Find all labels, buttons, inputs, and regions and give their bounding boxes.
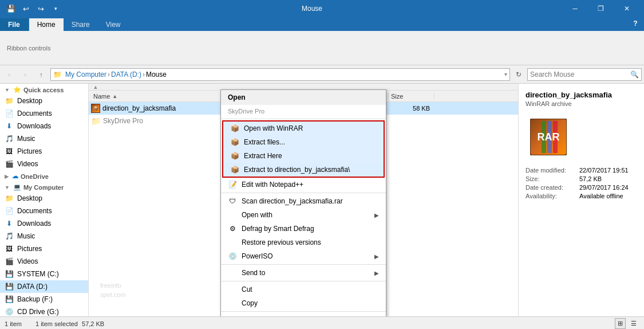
expand-mycomputer: ▼ xyxy=(5,185,10,190)
preview-meta: Date modified: 22/07/2017 19:51 Size: 57… xyxy=(526,167,637,201)
col-header-name[interactable]: Name ▲ xyxy=(91,93,240,100)
ctx-open-label: Open xyxy=(228,93,246,101)
ctx-extract-files[interactable]: 📦 Extract files... xyxy=(223,135,384,149)
submenu-arrow: ▶ xyxy=(374,253,379,260)
preview-meta-size: Size: 57,2 KB xyxy=(526,175,637,182)
preview-meta-date-created: Date created: 29/07/2017 16:24 xyxy=(526,184,637,191)
ctx-label: Open with xyxy=(242,211,272,219)
address-dropdown[interactable]: ▾ xyxy=(504,71,507,77)
label-size: Size: xyxy=(526,175,577,182)
search-input[interactable] xyxy=(530,70,628,79)
sidebar-item-datad[interactable]: 💾 DATA (D:) xyxy=(0,280,88,293)
ctx-label: Restore previous versions xyxy=(242,238,321,246)
mycomputer-label: My Computer xyxy=(23,184,64,191)
file-name: direction_by_jacksmafia xyxy=(102,104,176,112)
up-button[interactable]: ↑ xyxy=(34,68,48,81)
onedrive-icon: ☁ xyxy=(12,173,18,180)
ctx-edit-notepad[interactable]: 📝 Edit with Notepad++ xyxy=(221,178,386,191)
forward-button[interactable]: › xyxy=(18,68,32,81)
ctx-label: Send to xyxy=(242,269,265,277)
sidebar: ▼ ⭐ Quick access 📁 Desktop 📄 Documents ⬇… xyxy=(0,84,89,316)
defrag-icon: ⚙ xyxy=(228,224,237,233)
ctx-poweriso[interactable]: 💿 PowerISO ▶ xyxy=(221,249,386,263)
onedrive-label: OneDrive xyxy=(21,173,49,180)
ctx-extract-to[interactable]: 📦 Extract to direction_by_jacksmafia\ xyxy=(223,163,384,177)
close-button[interactable]: ✕ xyxy=(614,0,639,17)
sidebar-section-quickaccess[interactable]: ▼ ⭐ Quick access xyxy=(0,84,88,95)
sidebar-item-backupf[interactable]: 💾 Backup (F:) xyxy=(0,293,88,306)
help-button[interactable]: ? xyxy=(629,17,642,30)
item-label: Videos xyxy=(17,257,38,265)
ctx-extract-here[interactable]: 📦 Extract Here xyxy=(223,149,384,163)
refresh-button[interactable]: ↻ xyxy=(512,68,525,81)
item-label: DATA (D:) xyxy=(17,283,48,291)
sidebar-item-pictures-qa[interactable]: 🖼 Pictures xyxy=(0,145,88,158)
value-date-created: 29/07/2017 16:24 xyxy=(579,184,629,191)
ctx-scan[interactable]: 🛡 Scan direction_by_jacksmafia.rar xyxy=(221,194,386,208)
search-icon[interactable]: 🔍 xyxy=(630,70,639,79)
ctx-skydrivepro[interactable]: SkyDrive Pro xyxy=(221,105,386,117)
ctx-open-with[interactable]: Open with ▶ xyxy=(221,208,386,222)
value-size: 57,2 KB xyxy=(579,175,602,182)
sidebar-item-desktop-qa[interactable]: 📁 Desktop xyxy=(0,95,88,107)
ctx-defrag[interactable]: ⚙ Defrag by Smart Defrag xyxy=(221,222,386,236)
tab-file[interactable]: File xyxy=(0,18,28,31)
breadcrumb-mycomputer[interactable]: My Computer xyxy=(65,70,106,79)
col-header-size[interactable]: Size xyxy=(389,93,434,100)
minimize-button[interactable]: ─ xyxy=(562,0,588,17)
qat-undo[interactable]: ↩ xyxy=(19,2,32,15)
breadcrumb-mouse[interactable]: Mouse xyxy=(146,70,167,79)
back-button[interactable]: ‹ xyxy=(2,68,16,81)
preview-meta-date-modified: Date modified: 22/07/2017 19:51 xyxy=(526,167,637,174)
preview-filename: direction_by_jacksmafia xyxy=(526,91,612,99)
ribbon-tabs: File Home Share View ? xyxy=(0,17,644,31)
sidebar-section-onedrive[interactable]: ▶ ☁ OneDrive xyxy=(0,170,88,181)
sidebar-scroll: ▼ ⭐ Quick access 📁 Desktop 📄 Documents ⬇… xyxy=(0,84,88,316)
sidebar-item-pictures-mc[interactable]: 🖼 Pictures xyxy=(0,242,88,255)
sidebar-item-music-mc[interactable]: 🎵 Music xyxy=(0,230,88,242)
sidebar-item-downloads-mc[interactable]: ⬇ Downloads xyxy=(0,217,88,230)
ctx-restore[interactable]: Restore previous versions xyxy=(221,236,386,249)
separator xyxy=(221,281,386,281)
sidebar-item-cdg[interactable]: 💿 CD Drive (G:) xyxy=(0,306,88,316)
ctx-label: Extract files... xyxy=(244,138,285,146)
sidebar-section-mycomputer[interactable]: ▼ 💻 My Computer xyxy=(0,181,88,192)
qat-redo[interactable]: ↪ xyxy=(34,2,47,15)
ctx-open-winrar[interactable]: 📦 Open with WinRAR xyxy=(223,122,384,135)
sidebar-item-desktop-mc[interactable]: 📁 Desktop xyxy=(0,192,88,205)
address-box[interactable]: 📁 My Computer › DATA (D:) › Mouse ▾ xyxy=(50,68,510,81)
ctx-create-shortcut[interactable]: Create shortcut xyxy=(221,313,386,316)
folder-icon: 📁 xyxy=(91,116,101,126)
view-icon-grid[interactable]: ⊞ xyxy=(615,318,626,329)
sort-arrow[interactable]: ▲ xyxy=(91,84,100,90)
ctx-copy[interactable]: Copy xyxy=(221,296,386,310)
item-label: SYSTEM (C:) xyxy=(17,270,59,278)
view-icon-list[interactable]: ☰ xyxy=(628,318,639,329)
qat-save[interactable]: 💾 xyxy=(5,2,17,15)
tab-share[interactable]: Share xyxy=(64,18,98,31)
tab-view[interactable]: View xyxy=(98,18,129,31)
file-name: SkyDrive Pro xyxy=(103,117,143,125)
sidebar-item-music-qa[interactable]: 🎵 Music xyxy=(0,132,88,145)
ctx-label: Create shortcut xyxy=(242,316,289,316)
sidebar-item-documents-mc[interactable]: 📄 Documents xyxy=(0,205,88,217)
sidebar-item-documents-qa[interactable]: 📄 Documents xyxy=(0,107,88,120)
sidebar-item-videos-qa[interactable]: 🎬 Videos xyxy=(0,158,88,170)
window-title: Mouse xyxy=(64,5,560,13)
restore-button[interactable]: ❐ xyxy=(588,0,614,17)
sidebar-item-downloads-qa[interactable]: ⬇ Downloads xyxy=(0,120,88,132)
file-size: 58 KB xyxy=(389,105,434,112)
ctx-cut[interactable]: Cut xyxy=(221,283,386,296)
sidebar-item-videos-mc[interactable]: 🎬 Videos xyxy=(0,255,88,268)
ctx-open[interactable]: Open xyxy=(221,90,386,105)
sidebar-item-systemc[interactable]: 💾 SYSTEM (C:) xyxy=(0,268,88,280)
file-area: ▲ Name ▲ Date modified Type Size 📦 di xyxy=(89,84,518,316)
tab-home[interactable]: Home xyxy=(29,18,64,31)
notepad-icon: 📝 xyxy=(228,180,237,189)
ctx-icon-empty xyxy=(228,315,237,316)
breadcrumb-data[interactable]: DATA (D:) xyxy=(111,70,141,79)
ctx-send-to[interactable]: Send to ▶ xyxy=(221,266,386,280)
status-count: 1 item xyxy=(5,320,22,327)
qat-dropdown[interactable]: ▾ xyxy=(49,2,62,15)
drive-icon: 💾 xyxy=(5,269,14,279)
